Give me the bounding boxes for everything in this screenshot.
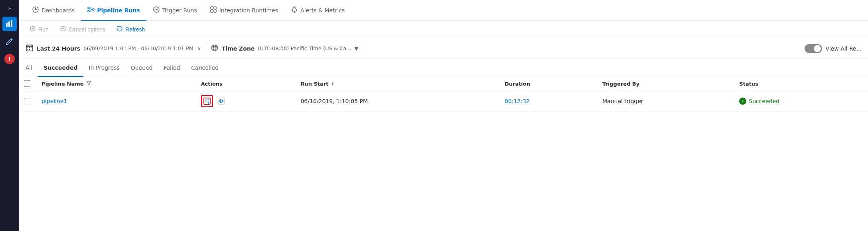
status-tabs: All Succeeded In Progress Queued Failed … [19, 59, 868, 76]
tab-alerts-metrics[interactable]: Alerts & Metrics [284, 0, 351, 21]
status-header: Status [733, 76, 868, 91]
svg-rect-8 [88, 10, 89, 12]
status-tab-in-progress[interactable]: In Progress [83, 59, 125, 77]
toolbar: Run Cancel options Refresh [19, 21, 868, 38]
toggle-track[interactable] [805, 44, 822, 53]
status-tab-all[interactable]: All [26, 59, 38, 77]
run-label: Run [38, 26, 49, 33]
run-start-cell: 06/10/2019, 1:10:05 PM [294, 91, 498, 112]
svg-rect-21 [31, 47, 32, 48]
svg-point-6 [35, 9, 36, 10]
timezone-dropdown-arrow[interactable]: ▼ [355, 46, 358, 51]
svg-rect-20 [29, 47, 30, 48]
status-tab-succeeded[interactable]: Succeeded [38, 59, 83, 77]
table-header-row: Pipeline Name Actions [19, 76, 868, 91]
run-start-sort-icon[interactable]: ↕ [331, 82, 334, 86]
time-filter[interactable]: Last 24 Hours 06/09/2019 1:01 PM - 06/10… [26, 44, 201, 53]
triggered-by-col-label: Triggered By [602, 81, 639, 87]
action-icons-container [201, 95, 288, 107]
status-tab-queued[interactable]: Queued [125, 59, 158, 77]
pipeline-name-cell: pipeline1 [35, 91, 195, 112]
view-run-action-button[interactable] [215, 95, 227, 107]
chart-icon[interactable] [2, 17, 17, 31]
main-content: Dashboards Pipeline Runs Tr [19, 0, 868, 231]
triggered-by-value: Manual trigger [602, 98, 643, 104]
svg-rect-14 [214, 10, 216, 12]
svg-rect-12 [214, 7, 216, 9]
pipeline-name-value[interactable]: pipeline1 [41, 98, 67, 104]
run-icon [30, 25, 36, 33]
svg-text:!: ! [8, 56, 11, 62]
alert-icon[interactable]: ! [2, 52, 17, 66]
tab-integration-runtimes-label: Integration Runtimes [219, 7, 278, 14]
status-tab-succeeded-label: Succeeded [43, 65, 77, 71]
run-start-col-label: Run Start [300, 81, 328, 87]
status-cell: ✓ Succeeded [733, 91, 868, 112]
pencil-icon[interactable] [2, 34, 17, 49]
status-succeeded-badge: ✓ Succeeded [739, 98, 862, 105]
duration-header: Duration [498, 76, 596, 91]
row-checkbox-cell [19, 91, 35, 112]
actions-cell [195, 91, 294, 112]
table-row: pipeline1 [19, 91, 868, 112]
svg-point-15 [294, 11, 295, 12]
refresh-label: Refresh [125, 26, 145, 33]
duration-cell: 00:12:32 [498, 91, 596, 112]
sidebar-collapse-button[interactable]: » [6, 3, 13, 14]
select-all-checkbox[interactable] [24, 80, 30, 87]
svg-rect-9 [93, 9, 94, 10]
tab-dashboards-label: Dashboards [41, 7, 75, 14]
time-filter-label: Last 24 Hours [37, 45, 80, 52]
trigger-runs-icon [153, 6, 160, 15]
status-tab-failed[interactable]: Failed [158, 59, 186, 77]
cancel-icon [60, 25, 66, 33]
triggered-by-cell: Manual trigger [596, 91, 733, 112]
tab-integration-runtimes[interactable]: Integration Runtimes [203, 0, 284, 21]
tab-pipeline-runs[interactable]: Pipeline Runs [81, 0, 146, 21]
status-tab-cancelled[interactable]: Cancelled [185, 59, 224, 77]
duration-value: 00:12:32 [505, 98, 530, 104]
svg-rect-2 [11, 20, 12, 27]
svg-rect-0 [6, 23, 8, 27]
time-filter-range: 06/09/2019 1:01 PM - 06/10/2019 1:01 PM [83, 45, 193, 51]
status-value: Succeeded [749, 98, 779, 104]
cancel-options-button[interactable]: Cancel options [56, 24, 110, 35]
svg-rect-22 [28, 49, 28, 50]
checkbox-header [19, 76, 35, 91]
refresh-button[interactable]: Refresh [112, 24, 149, 35]
dashboards-icon [32, 6, 39, 15]
actions-header: Actions [195, 76, 294, 91]
cancel-options-label: Cancel options [69, 26, 106, 33]
pipeline-name-col-label: Pipeline Name [41, 81, 84, 87]
status-tab-failed-label: Failed [164, 65, 180, 71]
alerts-metrics-icon [291, 6, 298, 15]
tab-pipeline-runs-label: Pipeline Runs [97, 7, 140, 14]
run-button[interactable]: Run [26, 24, 53, 35]
rerun-action-button[interactable] [201, 95, 213, 107]
actions-col-label: Actions [201, 81, 223, 87]
tab-trigger-runs[interactable]: Trigger Runs [146, 0, 203, 21]
refresh-icon [116, 25, 123, 33]
timezone-value: (UTC-08:00) Pacific Time (US & Ca... [258, 45, 351, 51]
status-tab-all-label: All [26, 65, 32, 71]
pipeline-name-filter-icon[interactable] [86, 80, 91, 87]
integration-runtimes-icon [210, 6, 217, 15]
svg-rect-23 [29, 49, 30, 50]
svg-rect-7 [88, 7, 89, 9]
tab-bar: Dashboards Pipeline Runs Tr [19, 0, 868, 21]
toggle-label: View All Re... [825, 45, 862, 52]
view-all-toggle[interactable]: View All Re... [805, 44, 862, 53]
calendar-icon [26, 44, 34, 53]
duration-col-label: Duration [505, 81, 530, 87]
svg-rect-1 [8, 22, 10, 27]
svg-rect-11 [211, 7, 213, 9]
sidebar: » ! [0, 0, 19, 231]
tab-trigger-runs-label: Trigger Runs [162, 7, 197, 14]
run-start-header: Run Start ↕ [294, 76, 498, 91]
triggered-by-header: Triggered By [596, 76, 733, 91]
tab-dashboards[interactable]: Dashboards [26, 0, 81, 21]
run-start-value: 06/10/2019, 1:10:05 PM [300, 98, 368, 104]
svg-rect-19 [28, 47, 28, 48]
timezone-filter[interactable]: Time Zone (UTC-08:00) Pacific Time (US &… [211, 44, 358, 53]
row-checkbox[interactable] [24, 98, 30, 104]
